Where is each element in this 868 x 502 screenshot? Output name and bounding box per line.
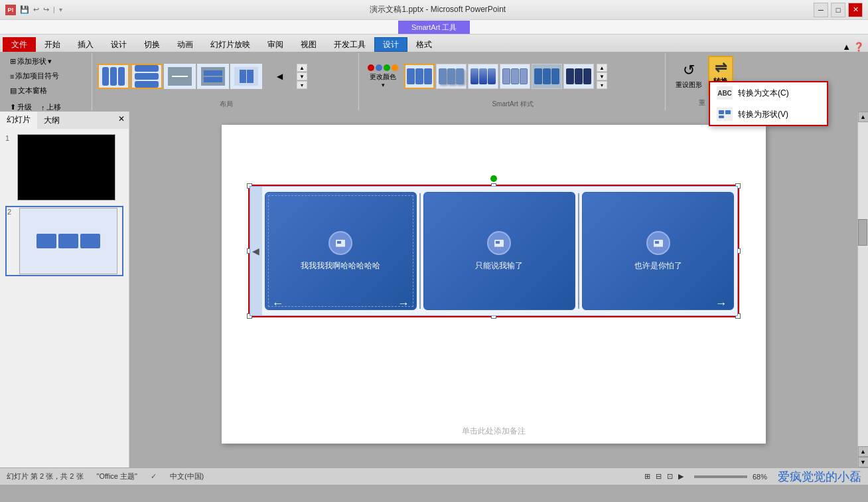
- add-shape-btn[interactable]: ⊞ 添加形状 ▾: [7, 54, 55, 68]
- style-thumb-1[interactable]: [404, 64, 435, 89]
- powerpoint-icon: P!: [5, 5, 16, 15]
- layout-scroll-prev[interactable]: ◀: [263, 64, 295, 89]
- right-scrollbar: ▲ ▲ ▼: [857, 112, 868, 467]
- maximize-button[interactable]: □: [831, 3, 845, 17]
- tab-view[interactable]: 视图: [292, 37, 325, 52]
- style-thumb-4[interactable]: [500, 64, 530, 89]
- zoom-level: 68%: [753, 473, 767, 481]
- layout-thumb-4[interactable]: [197, 64, 229, 89]
- change-colors-arrow: ▾: [382, 82, 385, 88]
- tab-insert[interactable]: 插入: [69, 37, 102, 52]
- box1-arrow: ← →: [272, 297, 409, 311]
- style-thumb-5[interactable]: [532, 64, 562, 89]
- svg-rect-10: [655, 241, 659, 244]
- smartart-box-3[interactable]: 也许是你怕了 →: [582, 192, 734, 310]
- scroll-thumb[interactable]: [858, 219, 867, 246]
- close-button[interactable]: ✕: [848, 3, 863, 17]
- tab-review[interactable]: 审阅: [259, 37, 292, 52]
- add-bullet-btn[interactable]: ≡ 添加项目符号: [7, 69, 62, 83]
- slides-tab[interactable]: 幻灯片: [0, 112, 37, 129]
- canvas-area: ◀: [129, 112, 857, 467]
- view-sort-btn[interactable]: ⊟: [656, 472, 662, 481]
- quick-access-arrow[interactable]: ▾: [59, 6, 62, 13]
- ribbon-collapse-btn[interactable]: ▲: [842, 42, 851, 52]
- scroll-down-btn[interactable]: ▼: [858, 457, 869, 467]
- scroll-down-more-btn[interactable]: ▲: [858, 446, 869, 457]
- scroll-track[interactable]: [858, 122, 868, 446]
- zoom-slider[interactable]: [694, 475, 747, 478]
- slide-thumb-mini: [36, 234, 100, 248]
- box3-arrow: →: [589, 297, 727, 311]
- text-pane-btn[interactable]: ▤ 文本窗格: [7, 84, 50, 98]
- tab-file[interactable]: 文件: [3, 37, 36, 52]
- styles-down-arrow[interactable]: ▼: [597, 72, 607, 80]
- quick-access-redo[interactable]: ↪: [43, 5, 49, 14]
- reset-graphic-icon: ↺: [683, 62, 695, 79]
- spell-check-icon[interactable]: ✓: [151, 472, 157, 481]
- notes-placeholder[interactable]: 单击此处添加备注: [462, 426, 526, 437]
- tab-smartart-format[interactable]: 格式: [407, 37, 441, 52]
- style-thumb-3[interactable]: [468, 64, 498, 89]
- text-pane-icon: ▤: [10, 86, 17, 95]
- svg-rect-2: [719, 116, 724, 118]
- style-thumb-2[interactable]: [436, 64, 467, 89]
- main-area: 幻灯片 大纲 ✕ 1 2: [0, 112, 868, 467]
- reset-graphic-btn[interactable]: ↺ 重设图形: [671, 56, 707, 96]
- layout-thumb-2[interactable]: [131, 64, 163, 89]
- styles-up-arrow[interactable]: ▲: [597, 64, 607, 72]
- ribbon-help-btn[interactable]: ❓: [853, 42, 864, 52]
- slide-item-2[interactable]: 2: [5, 206, 123, 276]
- smartart-styles-label: SmartArt 样式: [364, 98, 661, 109]
- rotate-handle[interactable]: [490, 175, 497, 182]
- convert-dropdown: ABC 转换为文本(C) 转换为形状(V): [709, 81, 828, 126]
- layout-label: 布局: [98, 98, 354, 109]
- watermark: 爱疯觉觉的小磊: [778, 469, 861, 485]
- expand-text-pane[interactable]: ◀: [250, 187, 262, 315]
- layout-thumb-1[interactable]: [98, 64, 129, 89]
- convert-to-text-item[interactable]: ABC 转换为文本(C): [710, 82, 827, 104]
- styles-expand-arrow[interactable]: ▾: [597, 81, 607, 89]
- scroll-up-btn[interactable]: ▲: [858, 112, 869, 122]
- gallery-up-arrow[interactable]: ▲: [297, 64, 307, 72]
- title-left: P! 💾 ↩ ↪ | ▾: [5, 5, 62, 15]
- move-up-icon: ↑: [41, 104, 45, 112]
- tab-slideshow[interactable]: 幻灯片放映: [202, 37, 259, 52]
- quick-access-undo[interactable]: ↩: [33, 5, 39, 14]
- convert-text-icon: ABC: [717, 86, 733, 100]
- tab-design[interactable]: 设计: [102, 37, 135, 52]
- outline-tab[interactable]: 大纲: [37, 112, 66, 129]
- slide-thumb-2[interactable]: [19, 208, 117, 274]
- tab-home[interactable]: 开始: [36, 37, 69, 52]
- panel-close-btn[interactable]: ✕: [114, 112, 129, 129]
- gallery-expand-arrow[interactable]: ▾: [297, 81, 307, 89]
- view-reading-btn[interactable]: ⊡: [667, 472, 673, 481]
- quick-access-save[interactable]: 💾: [20, 5, 29, 14]
- convert-to-shapes-item[interactable]: 转换为形状(V): [710, 104, 827, 125]
- layout-group: ◀ ▲ ▼ ▾ 布局: [94, 53, 359, 110]
- add-bullet-icon: ≡: [10, 72, 14, 80]
- slide-item-1[interactable]: 1: [5, 134, 123, 201]
- tab-transitions[interactable]: 切换: [135, 37, 169, 52]
- view-normal-btn[interactable]: ⊞: [644, 472, 650, 481]
- smartart-container[interactable]: ◀: [248, 185, 739, 317]
- minimize-button[interactable]: ─: [814, 3, 828, 17]
- smartart-box-2[interactable]: 只能说我输了: [423, 192, 575, 310]
- window-title: 演示文稿1.pptx - Microsoft PowerPoint: [370, 4, 506, 15]
- smartart-box-1[interactable]: 我我我我啊哈哈哈哈哈 ← →: [265, 192, 417, 310]
- gallery-down-arrow[interactable]: ▼: [297, 72, 307, 80]
- layout-thumb-5[interactable]: [230, 64, 262, 89]
- view-fullscreen-btn[interactable]: ▶: [678, 472, 684, 481]
- slide-thumb-1[interactable]: [17, 134, 115, 201]
- svg-rect-7: [496, 241, 500, 244]
- style-thumb-6[interactable]: [563, 64, 594, 89]
- slide-canvas[interactable]: ◀: [222, 125, 766, 444]
- tab-developer[interactable]: 开发工具: [325, 37, 374, 52]
- layout-gallery: ◀: [98, 64, 295, 89]
- styles-gallery: [404, 64, 594, 89]
- tab-animations[interactable]: 动画: [169, 37, 202, 52]
- smartart-boxes: 我我我我啊哈哈哈哈哈 ← →: [262, 187, 737, 315]
- tab-smartart-design[interactable]: 设计: [374, 37, 407, 52]
- layout-thumb-3[interactable]: [164, 64, 196, 89]
- change-colors-btn[interactable]: 更改颜色 ▾: [364, 61, 401, 92]
- smartart-tools-label: SmartArt 工具: [398, 21, 470, 34]
